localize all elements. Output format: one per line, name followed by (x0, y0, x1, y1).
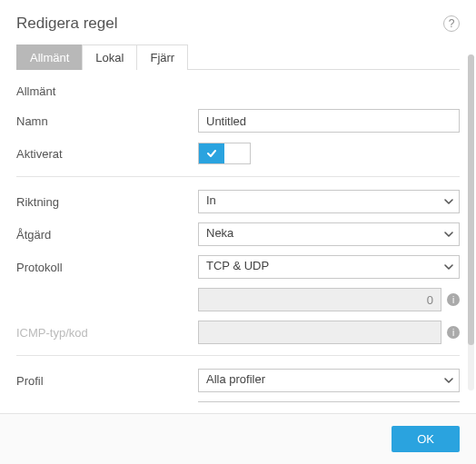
row-number: i (16, 286, 460, 313)
help-icon[interactable]: ? (443, 15, 460, 32)
row-name: Namn (16, 107, 460, 134)
protocol-number-input (198, 288, 441, 311)
label-direction: Riktning (16, 195, 198, 209)
row-icmp: ICMP-typ/kod i (16, 319, 460, 346)
dialog-title: Redigera regel (16, 15, 118, 33)
dialog-content: Allmänt Lokal Fjärr Allmänt Namn Aktiver… (0, 44, 476, 402)
icmp-input (198, 321, 441, 344)
row-direction: Riktning In (16, 188, 460, 215)
action-select[interactable]: Neka (198, 222, 460, 246)
dialog-header: Redigera regel ? (0, 0, 476, 44)
section-title-general: Allmänt (16, 84, 460, 98)
info-icon[interactable]: i (447, 326, 460, 339)
label-protocol: Protokoll (16, 261, 198, 274)
row-profile: Profil Alla profiler (16, 367, 460, 394)
enabled-toggle[interactable] (198, 143, 251, 164)
check-icon (199, 143, 224, 163)
tab-local[interactable]: Lokal (82, 44, 137, 70)
row-protocol: Protokoll TCP & UDP (16, 253, 460, 281)
row-enabled: Aktiverat (16, 140, 460, 167)
name-input[interactable] (198, 109, 460, 133)
row-action: Åtgärd Neka (16, 221, 460, 248)
info-icon[interactable]: i (447, 293, 460, 306)
label-profile: Profil (16, 374, 198, 388)
toggle-off-side (224, 143, 250, 163)
scrollbar-thumb[interactable] (468, 54, 474, 345)
ok-button[interactable]: OK (392, 426, 460, 452)
label-name: Namn (16, 114, 198, 128)
scrollbar[interactable] (468, 54, 474, 390)
protocol-select[interactable]: TCP & UDP (198, 255, 460, 279)
direction-select[interactable]: In (198, 190, 460, 213)
label-icmp: ICMP-typ/kod (16, 326, 198, 340)
logseverity-select[interactable]: Diagnostik (198, 401, 460, 402)
label-enabled: Aktiverat (16, 147, 198, 161)
row-logseverity: Loggar allvarlighet Diagnostik (16, 400, 460, 402)
divider (16, 176, 460, 177)
tab-bar: Allmänt Lokal Fjärr (16, 44, 460, 70)
profile-select[interactable]: Alla profiler (198, 369, 460, 392)
tab-remote[interactable]: Fjärr (136, 44, 188, 70)
label-action: Åtgärd (16, 228, 198, 242)
divider (16, 355, 460, 356)
tab-general[interactable]: Allmänt (16, 44, 83, 70)
dialog-footer: OK (0, 413, 476, 464)
